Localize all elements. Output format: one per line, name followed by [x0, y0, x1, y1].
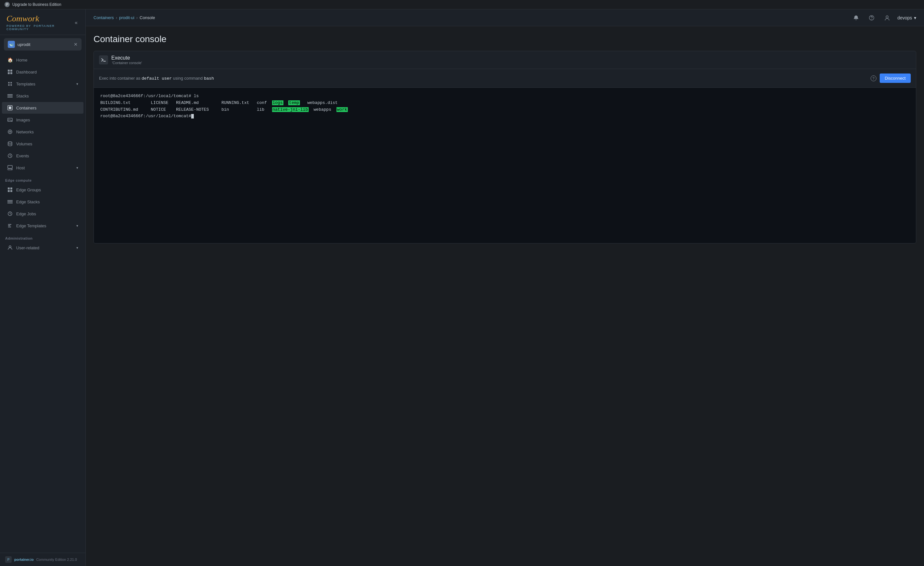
- svg-point-27: [871, 19, 872, 19]
- sidebar-logo-area: Comwork POWERED BY PORTAINER COMMUNITY «: [0, 9, 86, 35]
- sidebar-item-templates[interactable]: Templates ▾: [2, 78, 84, 90]
- t-nativejni-dir: native-jni-lib: [272, 107, 309, 112]
- console-title: Execute: [111, 55, 142, 61]
- svg-rect-3: [10, 72, 12, 74]
- breadcrumb-sep-2: ›: [136, 15, 138, 20]
- t-temp-dir: temp: [288, 100, 300, 105]
- sidebar-item-host[interactable]: Host ▾: [2, 162, 84, 173]
- events-label: Events: [16, 154, 78, 158]
- portainer-icon: P: [4, 2, 10, 7]
- exec-user: default user: [142, 76, 172, 81]
- containers-icon: [7, 105, 13, 111]
- console-title-area: Execute 'Container console': [111, 55, 142, 65]
- images-label: Images: [16, 117, 78, 122]
- main-content: Containers › prodit-ui › Console: [86, 9, 924, 566]
- sidebar-item-images[interactable]: Images: [2, 114, 84, 126]
- networks-label: Networks: [16, 129, 78, 134]
- edge-groups-label: Edge Groups: [16, 188, 78, 192]
- breadcrumb-console: Console: [140, 15, 155, 20]
- svg-point-25: [9, 246, 11, 248]
- execute-icon: [99, 56, 108, 65]
- sidebar: Comwork POWERED BY PORTAINER COMMUNITY «…: [0, 9, 86, 566]
- administration-section-header: Administration: [0, 232, 86, 242]
- environment-name: uprodit: [18, 42, 71, 47]
- sidebar-item-stacks[interactable]: Stacks: [2, 90, 84, 102]
- edge-templates-chevron-icon: ▾: [76, 224, 78, 228]
- volumes-icon: [7, 141, 13, 147]
- svg-rect-19: [8, 190, 10, 192]
- t-work-dir: work: [336, 107, 348, 112]
- t-space-2: webapps.dist: [300, 100, 338, 105]
- sidebar-item-networks[interactable]: Networks: [2, 126, 84, 138]
- svg-rect-17: [8, 188, 10, 190]
- volumes-label: Volumes: [16, 142, 78, 146]
- breadcrumb-prodit-ui[interactable]: prodit-ui: [119, 15, 134, 20]
- templates-icon: [7, 81, 13, 87]
- sidebar-item-user-related[interactable]: User-related ▾: [2, 242, 84, 253]
- terminal-line-1: root@8a2ce434666f:/usr/local/tomcat# ls: [100, 93, 909, 100]
- sidebar-item-dashboard[interactable]: Dashboard: [2, 66, 84, 78]
- logo-text: Comwork: [6, 15, 39, 23]
- sidebar-item-edge-templates[interactable]: Edge Templates ▾: [2, 220, 84, 232]
- sidebar-item-edge-groups[interactable]: Edge Groups: [2, 184, 84, 196]
- sidebar-item-home[interactable]: 🏠 Home: [2, 54, 84, 66]
- exec-description: Exec into container as default user usin…: [99, 76, 867, 81]
- user-profile-button[interactable]: [882, 13, 892, 23]
- edge-templates-label: Edge Templates: [16, 223, 73, 228]
- footer-edition: Community Edition 2.21.0: [36, 558, 77, 561]
- exec-cmd: bash: [204, 76, 214, 81]
- exec-label: Exec into container as: [99, 76, 140, 81]
- breadcrumb-containers[interactable]: Containers: [93, 15, 114, 20]
- page-content: Container console Execute 'Container con…: [86, 26, 924, 566]
- notification-button[interactable]: [851, 13, 861, 23]
- main-nav: 🏠 Home Dashboard Templates ▾ S: [0, 54, 86, 174]
- sidebar-item-containers[interactable]: Containers: [2, 102, 84, 114]
- help-button[interactable]: [866, 13, 877, 23]
- svg-point-16: [11, 169, 12, 170]
- exec-using: using command: [173, 76, 203, 81]
- console-panel: Execute 'Container console' Exec into co…: [93, 51, 916, 244]
- admin-nav: User-related ▾: [0, 242, 86, 254]
- home-icon: 🏠: [7, 57, 13, 63]
- user-menu-chevron-icon: ▾: [914, 15, 916, 20]
- sidebar-item-events[interactable]: Events: [2, 150, 84, 161]
- user-menu[interactable]: devops ▾: [897, 15, 916, 20]
- breadcrumb-sep-1: ›: [116, 15, 117, 20]
- t-files-1: BUILDING.txt LICENSE README.md RUNNING.t…: [100, 100, 272, 105]
- portainer-footer-icon: P: [5, 556, 12, 563]
- help-icon: [868, 15, 874, 21]
- console-header: Execute 'Container console': [94, 51, 916, 69]
- console-subtitle: 'Container console': [112, 61, 142, 65]
- user-related-icon: [7, 245, 13, 251]
- logo: Comwork POWERED BY PORTAINER COMMUNITY: [6, 15, 74, 31]
- stacks-label: Stacks: [16, 93, 78, 98]
- edge-groups-icon: [7, 187, 13, 193]
- svg-rect-1: [10, 69, 12, 72]
- exec-help-icon[interactable]: ?: [871, 75, 876, 81]
- environment-close-icon[interactable]: ✕: [74, 42, 78, 47]
- terminal[interactable]: root@8a2ce434666f:/usr/local/tomcat# ls …: [94, 88, 916, 243]
- svg-point-28: [886, 15, 888, 18]
- sidebar-item-edge-stacks[interactable]: Edge Stacks: [2, 196, 84, 208]
- containers-label: Containers: [16, 105, 78, 110]
- console-exec-bar: Exec into container as default user usin…: [94, 69, 916, 88]
- user-related-chevron-icon: ▾: [76, 246, 78, 250]
- host-icon: [7, 165, 13, 171]
- upgrade-banner[interactable]: P Upgrade to Business Edition: [0, 0, 924, 9]
- images-icon: [7, 117, 13, 123]
- templates-label: Templates: [16, 81, 73, 86]
- svg-rect-8: [9, 107, 11, 109]
- bell-icon: [853, 15, 859, 21]
- collapse-button[interactable]: «: [74, 18, 79, 27]
- events-icon: [7, 153, 13, 159]
- sidebar-item-edge-jobs[interactable]: Edge Jobs: [2, 208, 84, 220]
- environment-icon: 🐋: [8, 41, 15, 48]
- sidebar-item-volumes[interactable]: Volumes: [2, 138, 84, 150]
- disconnect-button[interactable]: Disconnect: [880, 74, 911, 83]
- svg-rect-6: [8, 97, 13, 98]
- environment-selector[interactable]: 🐋 uprodit ✕: [4, 38, 81, 51]
- username-label: devops: [897, 15, 912, 20]
- t-cursor: [191, 114, 194, 119]
- home-label: Home: [16, 58, 78, 63]
- logo-subtext: POWERED BY PORTAINER COMMUNITY: [6, 24, 74, 31]
